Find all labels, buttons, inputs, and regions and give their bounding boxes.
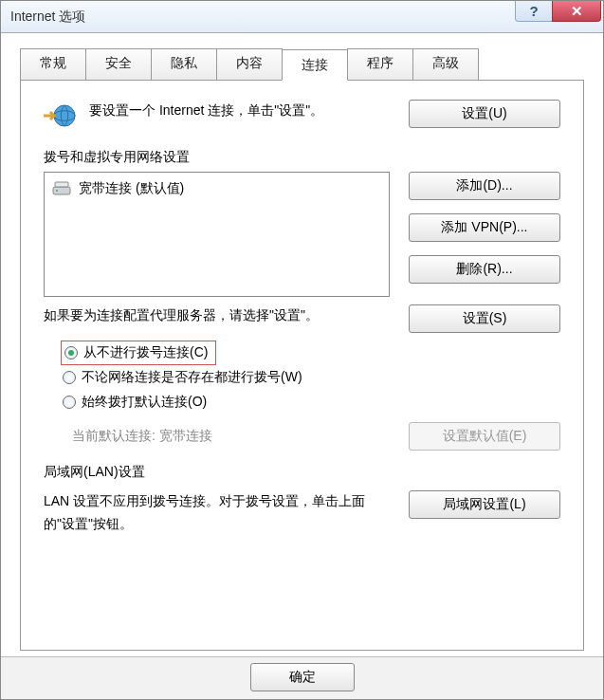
radio-label: 不论网络连接是否存在都进行拨号(W) (82, 369, 302, 386)
connections-listbox[interactable]: 宽带连接 (默认值) (44, 172, 390, 297)
titlebar-buttons: ? ✕ (516, 1, 601, 22)
remove-button[interactable]: 删除(R)... (409, 255, 560, 284)
list-item[interactable]: 宽带连接 (默认值) (50, 178, 383, 199)
radio-icon (63, 396, 76, 409)
tab-security[interactable]: 安全 (85, 48, 152, 80)
svg-point-0 (54, 105, 75, 126)
add-vpn-button[interactable]: 添加 VPN(P)... (409, 213, 560, 242)
setup-row: 要设置一个 Internet 连接，单击"设置"。 设置(U) (44, 100, 560, 132)
tab-connections[interactable]: 连接 (282, 49, 348, 81)
proxy-text: 如果要为连接配置代理服务器，请选择"设置"。 (44, 304, 390, 333)
set-default-button: 设置默认值(E) (409, 422, 560, 451)
svg-point-3 (56, 190, 58, 192)
radio-dial-whenever[interactable]: 不论网络连接是否存在都进行拨号(W) (61, 365, 560, 390)
tab-strip: 常规 安全 隐私 内容 连接 程序 高级 (20, 48, 584, 81)
list-item-label: 宽带连接 (默认值) (79, 180, 184, 197)
dialog-footer: 确定 (1, 656, 603, 699)
radio-label: 始终拨打默认连接(O) (82, 394, 207, 411)
radio-never-dial[interactable]: 从不进行拨号连接(C) (61, 341, 216, 365)
lan-text: LAN 设置不应用到拨号连接。对于拨号设置，单击上面的"设置"按钮。 (44, 490, 390, 536)
tab-programs[interactable]: 程序 (347, 48, 413, 80)
radio-always-dial[interactable]: 始终拨打默认连接(O) (61, 390, 560, 414)
tab-general[interactable]: 常规 (20, 48, 86, 80)
lan-row: LAN 设置不应用到拨号连接。对于拨号设置，单击上面的"设置"按钮。 局域网设置… (44, 490, 560, 536)
radio-icon (64, 346, 78, 359)
dialog-window: Internet 选项 ? ✕ 常规 安全 隐私 内容 连接 程序 高级 (0, 0, 604, 700)
close-button[interactable]: ✕ (552, 1, 601, 22)
svg-rect-2 (55, 182, 68, 187)
radio-label: 从不进行拨号连接(C) (83, 344, 208, 361)
globe-arrow-icon (44, 100, 76, 132)
tab-content[interactable]: 内容 (216, 48, 283, 80)
proxy-settings-button[interactable]: 设置(S) (409, 304, 560, 333)
content-area: 常规 安全 隐私 内容 连接 程序 高级 要设置一个 Internet 连接，单… (1, 33, 603, 656)
modem-icon (52, 181, 71, 196)
titlebar: Internet 选项 ? ✕ (1, 1, 603, 33)
dialup-section-title: 拨号和虚拟专用网络设置 (44, 149, 560, 166)
dial-radio-group: 从不进行拨号连接(C) 不论网络连接是否存在都进行拨号(W) 始终拨打默认连接(… (61, 341, 560, 414)
radio-icon (63, 371, 76, 384)
add-button[interactable]: 添加(D)... (409, 172, 560, 200)
dialup-list-row: 宽带连接 (默认值) 添加(D)... 添加 VPN(P)... 删除(R)..… (44, 172, 560, 297)
help-button[interactable]: ? (515, 1, 553, 22)
lan-section-title: 局域网(LAN)设置 (44, 464, 560, 481)
default-connection-row: 当前默认连接: 宽带连接 设置默认值(E) (72, 422, 560, 451)
lan-settings-button[interactable]: 局域网设置(L) (409, 490, 560, 519)
ok-button[interactable]: 确定 (250, 663, 355, 691)
current-default-label: 当前默认连接: 宽带连接 (72, 428, 212, 445)
tab-privacy[interactable]: 隐私 (151, 48, 217, 80)
window-title: Internet 选项 (10, 9, 85, 26)
setup-text: 要设置一个 Internet 连接，单击"设置"。 (89, 100, 395, 122)
dialup-buttons: 添加(D)... 添加 VPN(P)... 删除(R)... (409, 172, 560, 284)
svg-rect-1 (53, 187, 70, 194)
tab-advanced[interactable]: 高级 (412, 48, 479, 80)
setup-button[interactable]: 设置(U) (409, 100, 560, 128)
proxy-row: 如果要为连接配置代理服务器，请选择"设置"。 设置(S) (44, 304, 560, 333)
tab-panel-connections: 要设置一个 Internet 连接，单击"设置"。 设置(U) 拨号和虚拟专用网… (20, 81, 584, 651)
